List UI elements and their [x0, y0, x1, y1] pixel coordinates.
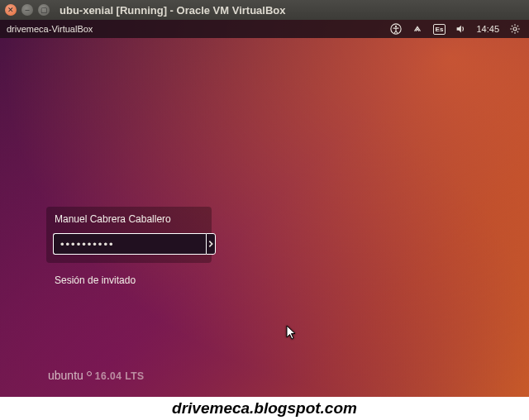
watermark-text: drivemeca.blogspot.com	[0, 397, 529, 418]
accessibility-icon[interactable]	[388, 21, 403, 36]
distro-name: ubuntu	[48, 369, 83, 382]
guest-desktop: drivemeca-VirtualBox Es 14:45 Manuel Cab…	[0, 20, 529, 397]
svg-line-9	[512, 31, 512, 32]
clock-label[interactable]: 14:45	[476, 24, 499, 34]
login-panel: Manuel Cabrera Caballero Sesión de invit…	[46, 207, 212, 286]
window-title: ubu-xenial [Running] - Oracle VM Virtual…	[60, 4, 286, 17]
circle-of-friends-icon	[87, 371, 92, 376]
minimize-icon[interactable]: –	[21, 4, 33, 16]
hostname-label: drivemeca-VirtualBox	[7, 24, 93, 34]
keyboard-layout-indicator[interactable]: Es	[431, 21, 446, 36]
selected-user-label[interactable]: Manuel Cabrera Caballero	[46, 207, 212, 228]
svg-point-2	[513, 27, 517, 31]
svg-line-8	[517, 31, 518, 32]
ubuntu-brand: ubuntu 16.04 LTS	[48, 369, 144, 382]
guest-session-link[interactable]: Sesión de invitado	[46, 274, 212, 286]
svg-line-10	[517, 26, 518, 26]
sound-icon[interactable]	[453, 21, 468, 36]
virtualbox-window: ✕ – ▢ ubu-xenial [Running] - Oracle VM V…	[0, 0, 529, 397]
svg-point-1	[395, 26, 397, 27]
gear-icon[interactable]	[508, 21, 522, 36]
svg-line-7	[512, 26, 512, 26]
window-titlebar[interactable]: ✕ – ▢ ubu-xenial [Running] - Oracle VM V…	[0, 0, 529, 20]
close-icon[interactable]: ✕	[5, 4, 17, 16]
chevron-right-icon	[207, 240, 215, 248]
network-icon[interactable]	[410, 21, 425, 36]
mouse-cursor-icon	[286, 325, 298, 341]
password-row	[46, 228, 212, 263]
distro-version: 16.04 LTS	[95, 370, 145, 382]
password-input[interactable]	[53, 233, 206, 255]
top-menubar: drivemeca-VirtualBox Es 14:45	[0, 20, 529, 38]
maximize-icon[interactable]: ▢	[38, 4, 50, 16]
login-submit-button[interactable]	[206, 233, 216, 255]
keyboard-layout-label: Es	[433, 24, 446, 35]
